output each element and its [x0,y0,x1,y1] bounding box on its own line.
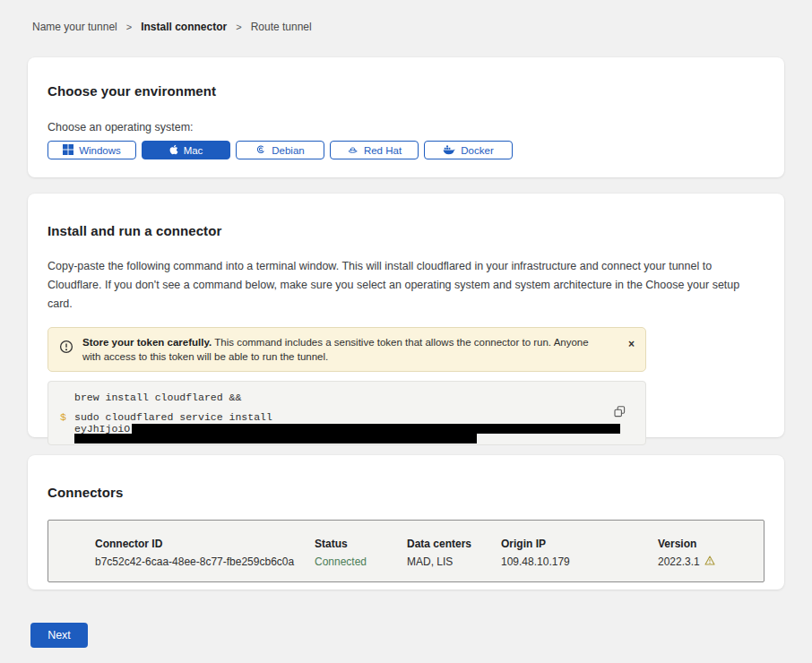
code-line-service-install: sudo cloudflared service install [74,411,620,423]
close-icon[interactable]: × [628,339,635,349]
os-button-debian[interactable]: Debian [236,141,324,159]
copy-icon[interactable] [614,406,626,420]
os-button-windows[interactable]: Windows [48,141,136,159]
os-button-label: Docker [461,145,493,156]
next-button[interactable]: Next [30,623,88,648]
token-warning-bold: Store your token carefully. [82,337,212,348]
choose-environment-card: Choose your environment Choose an operat… [28,57,784,177]
connectors-title: Connectors [48,485,764,500]
status-badge: Connected [315,555,407,568]
col-data-centers: Data centers [407,538,501,550]
token-prefix: eyJhIjoiO [74,423,130,435]
token-warning-banner: Store your token carefully. This command… [48,327,646,372]
breadcrumb-separator: > [236,22,241,32]
code-line-brew: brew install cloudflared && [60,392,609,403]
install-connector-card: Install and run a connector Copy-paste t… [28,194,784,437]
warning-triangle-icon [704,555,715,568]
os-button-label: Red Hat [364,145,402,156]
install-command-codeblock[interactable]: brew install cloudflared && $ sudo cloud… [48,381,646,445]
data-centers-value: MAD, LIS [407,555,501,568]
install-connector-title: Install and run a connector [48,223,764,238]
connectors-card: Connectors Connector ID Status Data cent… [28,455,784,590]
breadcrumb-install-connector[interactable]: Install connector [141,21,227,33]
col-connector-id: Connector ID [95,538,315,550]
os-button-docker[interactable]: Docker [424,141,513,159]
page: Name your tunnel > Install connector > R… [0,0,812,663]
col-origin-ip: Origin IP [501,538,658,550]
col-version: Version [658,538,764,550]
connector-id-value: b7c52c42-6caa-48ee-8c77-fbe259cb6c0a [95,555,315,568]
breadcrumb-name-your-tunnel[interactable]: Name your tunnel [32,21,117,33]
token-warning-text: Store your token carefully. This command… [82,335,598,364]
windows-logo-icon [63,144,73,157]
environment-card-title: Choose your environment [48,83,764,99]
os-button-label: Windows [79,145,121,156]
breadcrumb-separator: > [126,22,132,32]
breadcrumb: Name your tunnel > Install connector > R… [28,21,784,33]
os-button-label: Debian [272,145,304,156]
alert-circle-icon [59,340,73,357]
os-button-redhat[interactable]: Red Hat [330,141,419,159]
breadcrumb-route-tunnel[interactable]: Route tunnel [251,21,312,33]
os-button-group: Windows Mac Debian Red Hat [48,141,764,159]
col-status: Status [315,538,407,550]
version-value: 2022.3.1 [658,555,764,568]
os-button-mac[interactable]: Mac [142,141,230,159]
connector-table-row: b7c52c42-6caa-48ee-8c77-fbe259cb6c0a Con… [95,555,764,568]
install-connector-description: Copy-paste the following command into a … [48,257,761,314]
debian-logo-icon [255,144,266,157]
apple-logo-icon [169,144,178,157]
connectors-table-header: Connector ID Status Data centers Origin … [95,538,764,550]
docker-whale-icon [443,144,455,157]
shell-prompt: $ [60,411,74,443]
connectors-table: Connector ID Status Data centers Origin … [48,520,764,582]
redacted-token-bar [132,424,620,434]
redacted-token-bar [74,434,477,443]
os-button-label: Mac [184,145,203,156]
origin-ip-value: 109.48.10.179 [501,555,658,568]
os-select-label: Choose an operating system: [48,121,764,133]
redhat-logo-icon [347,144,358,157]
